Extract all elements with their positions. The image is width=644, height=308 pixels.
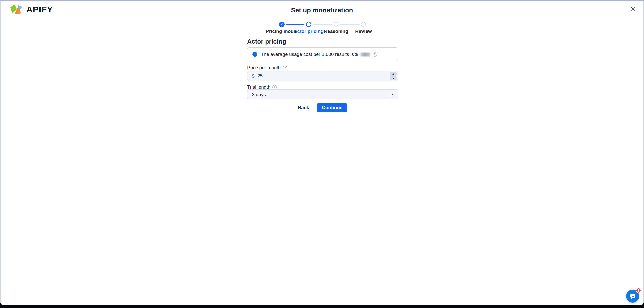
redacted-value	[360, 53, 370, 56]
section-heading: Actor pricing	[247, 38, 286, 45]
price-help-icon[interactable]: ?	[283, 66, 287, 70]
step-circle-completed[interactable]: ✓	[279, 22, 285, 27]
trial-length-select[interactable]: 3 days	[247, 89, 398, 99]
page-root: { "colors": { "accent_blue": "#1767e8", …	[0, 0, 644, 308]
page-title: Set up monetization	[1, 6, 643, 14]
chat-bubble-icon	[629, 293, 636, 300]
trial-help-icon[interactable]: ?	[272, 85, 277, 89]
currency-prefix: $	[252, 73, 255, 79]
step-label-review[interactable]: Review	[343, 29, 384, 34]
stepper-connector	[340, 24, 360, 25]
banner-text: The average usage cost per 1,000 results…	[261, 52, 358, 57]
info-icon: i	[252, 52, 257, 57]
stepper-connector-done	[286, 24, 304, 25]
average-cost-banner: i The average usage cost per 1,000 resul…	[247, 47, 398, 61]
check-icon: ✓	[280, 23, 283, 26]
wizard-actions: Back Continue	[247, 103, 398, 112]
notification-badge: 1	[636, 288, 641, 293]
close-button[interactable]	[629, 5, 637, 13]
price-label-text: Price per month	[247, 65, 281, 71]
stepper-connector	[313, 24, 332, 25]
price-input-wrap: $	[247, 71, 398, 81]
spinner-up-button[interactable]	[390, 72, 397, 76]
chevron-down-icon	[391, 94, 394, 95]
help-icon[interactable]: ?	[373, 52, 377, 57]
price-input[interactable]	[257, 71, 381, 80]
close-icon	[630, 6, 636, 12]
selected-option: 3 days	[252, 92, 266, 97]
trial-label-text: Trial length	[247, 84, 270, 90]
step-circle-active[interactable]	[306, 22, 311, 27]
badge-count: 1	[638, 289, 639, 292]
arrow-down-icon	[392, 78, 394, 79]
price-per-month-label: Price per month ?	[247, 65, 287, 71]
monetization-modal: APIFY Set up monetization ✓ Pricing mode…	[0, 0, 644, 305]
step-circle-upcoming[interactable]	[361, 22, 366, 27]
continue-button[interactable]: Continue	[317, 103, 347, 112]
back-button[interactable]: Back	[298, 105, 309, 110]
arrow-up-icon	[392, 73, 394, 75]
step-circle-upcoming[interactable]	[334, 22, 338, 27]
spinner-down-button[interactable]	[390, 76, 397, 80]
wizard-stepper: ✓ Pricing model Actor pricing Reasoning …	[268, 22, 377, 34]
trial-length-label: Trial length ?	[247, 84, 277, 90]
number-spinners	[390, 72, 397, 80]
